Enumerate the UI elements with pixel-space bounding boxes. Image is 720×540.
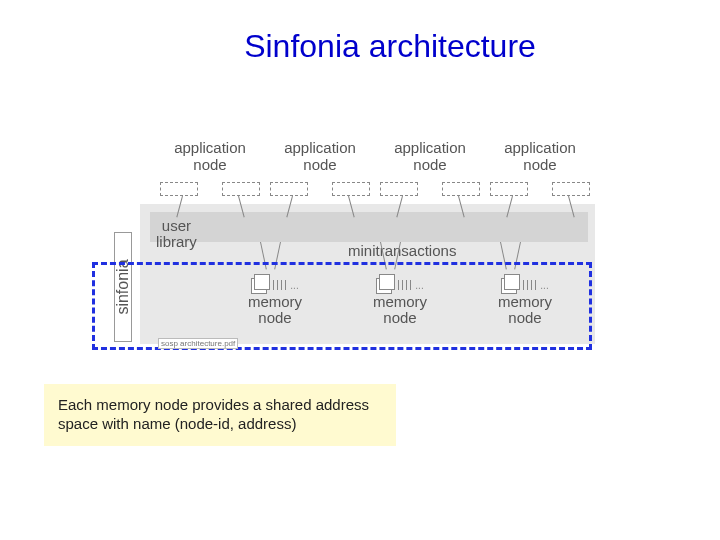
application-node-box-pair bbox=[160, 182, 260, 196]
pdf-filename-badge: sosp architecture.pdf bbox=[158, 338, 238, 349]
app-label-line1: application bbox=[284, 139, 356, 156]
app-label-line2: node bbox=[303, 156, 336, 173]
app-label-line1: application bbox=[394, 139, 466, 156]
application-node-boxes bbox=[160, 182, 590, 196]
app-label-line2: node bbox=[413, 156, 446, 173]
app-process-box bbox=[552, 182, 590, 196]
app-label-line1: application bbox=[174, 139, 246, 156]
minitransactions-label: minitransactions bbox=[348, 242, 456, 259]
memory-nodes-highlight-box bbox=[92, 262, 592, 350]
application-node-label: application node bbox=[160, 140, 260, 173]
app-label-line1: application bbox=[504, 139, 576, 156]
app-process-box bbox=[222, 182, 260, 196]
application-node-label: application node bbox=[380, 140, 480, 173]
app-process-box bbox=[442, 182, 480, 196]
slide-title: Sinfonia architecture bbox=[0, 0, 720, 65]
app-process-box bbox=[270, 182, 308, 196]
application-node-box-pair bbox=[490, 182, 590, 196]
application-node-box-pair bbox=[270, 182, 370, 196]
app-process-box bbox=[332, 182, 370, 196]
user-library-line1: user bbox=[162, 217, 191, 234]
application-node-labels: application node application node applic… bbox=[160, 140, 590, 173]
app-label-line2: node bbox=[193, 156, 226, 173]
user-library-band bbox=[150, 212, 588, 242]
app-process-box bbox=[380, 182, 418, 196]
user-library-label: user library bbox=[156, 218, 197, 250]
application-node-box-pair bbox=[380, 182, 480, 196]
app-process-box bbox=[160, 182, 198, 196]
application-node-label: application node bbox=[270, 140, 370, 173]
app-label-line2: node bbox=[523, 156, 556, 173]
annotation-note: Each memory node provides a shared addre… bbox=[44, 384, 396, 446]
app-process-box bbox=[490, 182, 528, 196]
user-library-line2: library bbox=[156, 233, 197, 250]
application-node-label: application node bbox=[490, 140, 590, 173]
